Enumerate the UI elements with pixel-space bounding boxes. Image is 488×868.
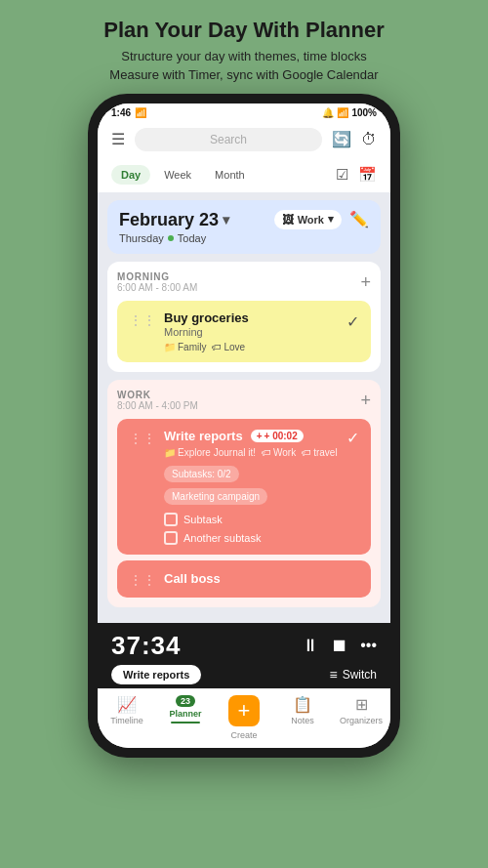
timer-more-icon[interactable]: ••• (360, 637, 377, 654)
write-reports-title: Write reports (164, 429, 243, 443)
timer-switch-button[interactable]: ≡ Switch (329, 667, 377, 682)
work-badge-icon: 🖼 (282, 213, 294, 227)
refresh-icon[interactable]: 🔄 (332, 130, 351, 148)
header: Plan Your Day With Planner Structure you… (0, 0, 488, 94)
phone-screen: 1:46 📶 🔔 📶 100% ☰ Search 🔄 ⏱ (98, 103, 390, 748)
calendar-view-icon[interactable]: 📅 (358, 166, 377, 184)
task-tags: 📁 Family 🏷 Love (164, 342, 339, 352)
date-header: February 23 ▾ Thursday Today 🖼 Work ▾ (107, 200, 381, 254)
timer-bottom: Write reports ≡ Switch (111, 665, 377, 684)
work-section-header: WORK 8:00 AM - 4:00 PM + (117, 390, 371, 411)
tag-work-icon: 🏷 (262, 447, 271, 458)
tag-work: 🏷 Work (262, 447, 296, 458)
date-dropdown-icon[interactable]: ▾ (223, 212, 229, 227)
task-complete-button[interactable]: ✓ (346, 312, 359, 331)
write-reports-complete-button[interactable]: ✓ (346, 429, 359, 447)
date-info: February 23 ▾ Thursday Today (119, 210, 229, 244)
search-input[interactable]: Search (135, 128, 322, 151)
nav-organizers-label: Organizers (340, 716, 383, 725)
checklist-icon[interactable]: ☑ (336, 166, 348, 184)
task-subtitle: Morning (164, 326, 339, 338)
drag-handle-icon[interactable]: ⋮⋮ (129, 312, 156, 328)
timer-icon[interactable]: ⏱ (361, 131, 377, 148)
timer-display: 37:34 (111, 631, 182, 661)
work-dropdown-icon: ▾ (328, 213, 334, 226)
morning-section: MORNING 6:00 AM - 8:00 AM + ⋮⋮ Buy groce… (107, 262, 381, 372)
app-title: Plan Your Day With Planner (20, 18, 468, 43)
nav-planner-label: Planner (169, 709, 201, 719)
tag-icon: 📁 (164, 447, 176, 458)
task-content: Buy groceries Morning 📁 Family 🏷 Love (164, 310, 339, 352)
write-reports-content: Write reports + + 00:02 📁 Explore Journa… (164, 429, 339, 545)
morning-add-button[interactable]: + (360, 273, 371, 291)
tab-week[interactable]: Week (154, 165, 201, 185)
nav-organizers[interactable]: ⊞ Organizers (332, 695, 390, 740)
phone-frame: 1:46 📶 🔔 📶 100% ☰ Search 🔄 ⏱ (88, 94, 400, 758)
call-boss-task: ⋮⋮ Call boss (117, 560, 371, 598)
nav-timeline[interactable]: 📈 Timeline (98, 695, 156, 740)
battery-text: 100% (351, 107, 377, 118)
date-title: February 23 ▾ (119, 210, 229, 230)
timer-bar: 37:34 ⏸ ⏹ ••• Write reports ≡ Switch (98, 623, 390, 688)
nav-notes-label: Notes (291, 716, 314, 725)
plus-icon: + (238, 700, 251, 722)
task-title: Buy groceries (164, 310, 339, 325)
work-section: WORK 8:00 AM - 4:00 PM + ⋮⋮ Write report… (107, 380, 381, 607)
today-indicator (168, 235, 174, 241)
date-subtitle: Thursday Today (119, 232, 229, 244)
nav-planner[interactable]: 23 Planner (156, 695, 215, 740)
work-task-tags: 📁 Explore Journal it! 🏷 Work 🏷 travel (164, 447, 339, 458)
subtask-label-1: Subtask (183, 514, 223, 525)
work-title: WORK (117, 390, 198, 400)
tab-month[interactable]: Month (205, 165, 255, 185)
tab-actions: ☑ 📅 (336, 166, 377, 184)
morning-task-card: ⋮⋮ Buy groceries Morning 📁 Family 🏷 Love (117, 301, 371, 362)
morning-time: 6:00 AM - 8:00 AM (117, 282, 197, 293)
nav-create[interactable]: + Create (215, 695, 273, 740)
nav-create-label: Create (230, 730, 257, 740)
drag-handle-work-icon[interactable]: ⋮⋮ (129, 431, 156, 446)
bottom-nav: 📈 Timeline 23 Planner + Create 📋 Notes (98, 688, 390, 748)
topbar-icons: 🔄 ⏱ (332, 130, 377, 148)
work-theme-badge[interactable]: 🖼 Work ▾ (274, 210, 342, 229)
timer-badge: + + 00:02 (251, 430, 304, 442)
subtask-item-2: Another subtask (164, 531, 339, 545)
app-subtitle: Structure your day with themes, time blo… (20, 48, 468, 83)
task-tag-love: 🏷 Love (212, 342, 245, 352)
notification-icon: 🔔 (322, 107, 334, 118)
morning-title: MORNING (117, 271, 197, 282)
subtask-checkbox-2[interactable] (164, 531, 178, 545)
tag-heart-icon: 🏷 (212, 342, 222, 352)
morning-section-header: MORNING 6:00 AM - 8:00 AM + (117, 271, 371, 293)
status-bar: 1:46 📶 🔔 📶 100% (98, 103, 390, 122)
call-boss-drag-icon[interactable]: ⋮⋮ (129, 572, 156, 588)
write-reports-header: ⋮⋮ Write reports + + 00:02 (129, 429, 359, 545)
subtask-checkbox-1[interactable] (164, 513, 178, 526)
notes-icon: 📋 (293, 695, 312, 714)
status-signal-icon: 📶 (135, 107, 146, 118)
app-topbar: ☰ Search 🔄 ⏱ (98, 122, 390, 159)
timeline-icon: 📈 (117, 695, 137, 714)
status-time: 1:46 (111, 107, 131, 118)
work-add-button[interactable]: + (360, 392, 371, 409)
work-title-group: WORK 8:00 AM - 4:00 PM (117, 390, 198, 411)
subtask-item-1: Subtask (164, 513, 339, 526)
work-time: 8:00 AM - 4:00 PM (117, 400, 198, 411)
tag-travel-icon: 🏷 (302, 447, 311, 458)
nav-timeline-label: Timeline (110, 716, 143, 725)
nav-notes[interactable]: 📋 Notes (273, 695, 332, 740)
tag-travel: 🏷 travel (302, 447, 337, 458)
status-left: 1:46 📶 (111, 107, 146, 118)
timer-task-button[interactable]: Write reports (111, 665, 201, 684)
timer-top: 37:34 ⏸ ⏹ ••• (111, 631, 377, 661)
timer-stop-icon[interactable]: ⏹ (331, 636, 348, 656)
menu-icon[interactable]: ☰ (111, 130, 125, 148)
write-reports-task: ⋮⋮ Write reports + + 00:02 (117, 419, 371, 555)
tab-day[interactable]: Day (111, 165, 150, 185)
create-button[interactable]: + (228, 695, 260, 726)
date-edit-icon[interactable]: ✏️ (349, 210, 369, 228)
timer-pause-icon[interactable]: ⏸ (302, 636, 319, 656)
switch-icon: ≡ (329, 667, 337, 682)
tag-folder-icon: 📁 (164, 342, 176, 352)
view-tabs: Day Week Month (111, 165, 255, 185)
